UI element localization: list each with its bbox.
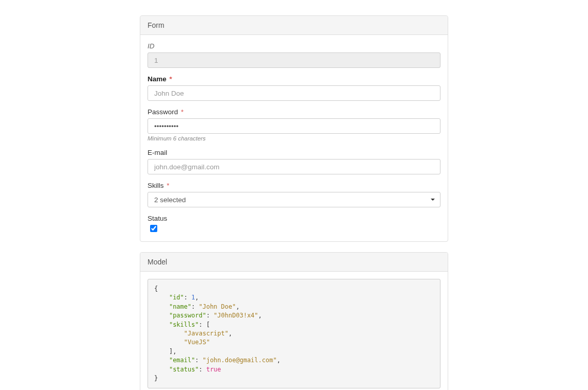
password-label: Password * <box>148 108 440 116</box>
password-required-asterisk: * <box>181 108 183 116</box>
form-panel-title: Form <box>140 16 448 35</box>
model-panel: Model { "id": 1, "name": "John Doe", "pa… <box>140 252 448 390</box>
field-status: Status <box>148 215 440 234</box>
skills-required-asterisk: * <box>167 182 169 189</box>
name-label-text: Name <box>148 75 167 83</box>
form-panel: Form ID Name * Password * <box>140 15 448 242</box>
password-hint: Minimum 6 characters <box>148 135 440 141</box>
model-panel-title: Model <box>140 253 448 272</box>
password-input[interactable] <box>148 118 440 134</box>
skills-select[interactable]: 2 selected <box>148 192 440 207</box>
model-json-output: { "id": 1, "name": "John Doe", "password… <box>148 279 440 388</box>
name-required-asterisk: * <box>170 75 172 83</box>
field-id: ID <box>148 42 440 68</box>
name-label: Name * <box>148 75 440 83</box>
form-panel-body: ID Name * Password * Minimum 6 character… <box>140 35 448 241</box>
email-label: E-mail <box>148 149 440 156</box>
status-checkbox[interactable] <box>150 225 157 232</box>
password-label-text: Password <box>148 108 178 116</box>
status-label: Status <box>148 215 440 222</box>
skills-label-text: Skills <box>148 182 164 189</box>
field-password: Password * Minimum 6 characters <box>148 108 440 141</box>
name-input[interactable] <box>148 85 440 101</box>
field-email: E-mail <box>148 149 440 174</box>
id-input <box>148 52 440 68</box>
field-name: Name * <box>148 75 440 101</box>
email-input[interactable] <box>148 159 440 174</box>
skills-label: Skills * <box>148 182 440 189</box>
id-label: ID <box>148 42 440 50</box>
field-skills: Skills * 2 selected <box>148 182 440 207</box>
